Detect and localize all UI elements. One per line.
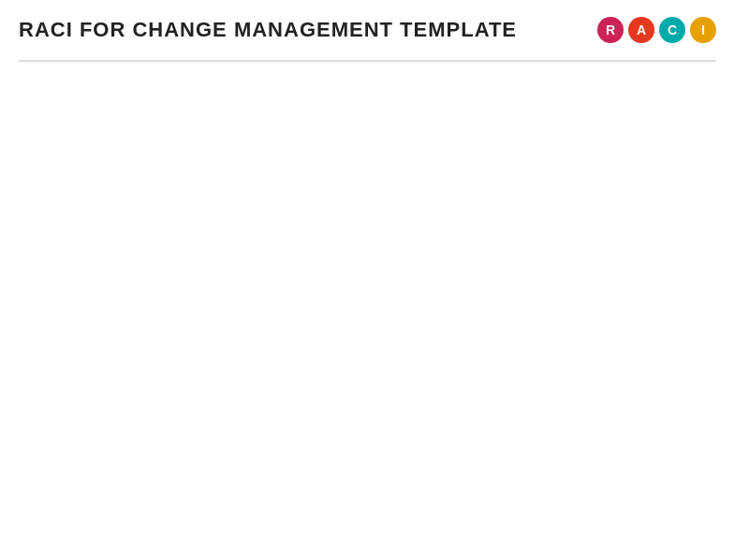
subtitle-row bbox=[19, 52, 716, 62]
raci-legend-circles: RACI bbox=[597, 17, 716, 43]
main-title: RACI FOR CHANGE MANAGEMENT TEMPLATE bbox=[19, 18, 517, 42]
legend-circle-c: C bbox=[659, 17, 685, 43]
legend-circle-r: R bbox=[597, 17, 624, 43]
legend-circle-a: A bbox=[628, 17, 654, 43]
title-row: RACI FOR CHANGE MANAGEMENT TEMPLATE RACI bbox=[19, 17, 716, 43]
legend-circle-i: I bbox=[690, 17, 716, 43]
